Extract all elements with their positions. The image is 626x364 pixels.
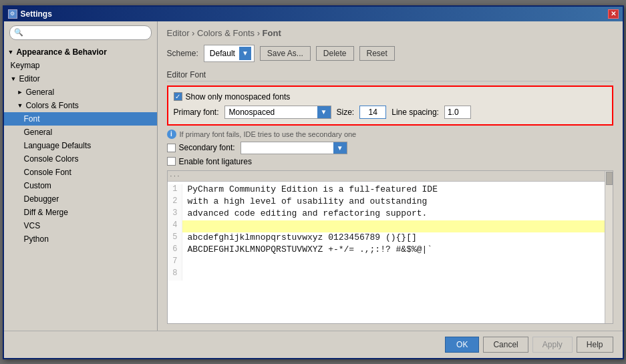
sidebar-item-console-colors[interactable]: Console Colors <box>4 152 157 166</box>
scrollbar-thumb[interactable] <box>606 172 613 185</box>
line-num-7: 7 <box>168 256 182 268</box>
preview-dots: · · · <box>170 172 180 180</box>
sidebar-item-editor[interactable]: ▼ Editor <box>4 72 157 85</box>
sidebar-item-console-colors-label: Console Colors <box>24 154 79 164</box>
sidebar-item-console-font[interactable]: Console Font <box>4 166 157 179</box>
secondary-font-value <box>241 146 333 149</box>
breadcrumb-sep1: › <box>189 28 197 38</box>
search-input[interactable] <box>26 28 147 37</box>
size-input[interactable] <box>359 106 386 119</box>
editor-font-label: Editor Font <box>167 70 613 81</box>
preview-line-8: 8 <box>168 268 613 281</box>
sidebar-item-general-label: General <box>25 87 54 97</box>
line-content-8 <box>182 268 188 281</box>
sidebar-item-general2-label: General <box>24 128 53 137</box>
line-content-2: with a high level of usability and outst… <box>182 196 428 208</box>
secondary-font-check-icon <box>167 144 176 152</box>
preview-line-3: 3 advanced code editing and refactoring … <box>168 208 613 220</box>
help-button[interactable]: Help <box>577 337 613 353</box>
scrollbar-track[interactable] <box>605 171 613 323</box>
arrow-icon: ► <box>17 89 23 96</box>
sidebar-item-vcs-label: VCS <box>24 221 41 230</box>
breadcrumb-part3: Font <box>263 28 281 38</box>
scheme-value: Default <box>207 49 238 58</box>
apply-button[interactable]: Apply <box>532 337 573 353</box>
sidebar-item-font[interactable]: Font <box>4 112 157 126</box>
sidebar-item-custom[interactable]: Custom <box>4 179 157 192</box>
breadcrumb: Editor › Colors & Fonts › Font <box>167 28 613 38</box>
sidebar-item-language-defaults-label: Language Defaults <box>24 141 92 150</box>
scheme-dropdown[interactable]: Default ▼ <box>204 45 255 62</box>
settings-window: ⚙ Settings ✕ 🔍 ▼ Appearance & Behavior K… <box>3 5 624 359</box>
cancel-button[interactable]: Cancel <box>483 337 528 353</box>
line-num-5: 5 <box>168 232 182 244</box>
sidebar-item-keymap-label: Keymap <box>11 61 40 70</box>
preview-line-4: 4 <box>168 220 613 232</box>
line-spacing-input[interactable] <box>444 106 471 119</box>
sidebar-item-debugger-label: Debugger <box>24 194 59 204</box>
primary-font-dropdown[interactable]: Monospaced ▼ <box>224 106 331 119</box>
title-bar: ⚙ Settings ✕ <box>4 7 623 21</box>
secondary-font-arrow-icon[interactable]: ▼ <box>333 142 347 154</box>
hint-row: i If primary font fails, IDE tries to us… <box>167 130 613 139</box>
window-title: Settings <box>21 9 52 19</box>
search-box[interactable]: 🔍 <box>9 25 152 40</box>
line-num-2: 2 <box>168 196 182 208</box>
show-monospaced-row: ✓ Show only monospaced fonts <box>174 92 607 102</box>
show-monospaced-checkbox[interactable]: ✓ Show only monospaced fonts <box>174 92 291 102</box>
sidebar-item-colors-fonts-label: Colors & Fonts <box>25 101 78 110</box>
preview-area: · · · ⚙ 1 PyCharm Community Edition is a… <box>167 170 613 324</box>
sidebar-item-language-defaults[interactable]: Language Defaults <box>4 139 157 152</box>
arrow-icon: ▼ <box>8 49 14 55</box>
show-monospaced-check-icon: ✓ <box>174 92 182 101</box>
sidebar-item-colors-fonts[interactable]: ▼ Colors & Fonts <box>4 99 157 112</box>
enable-ligatures-check-icon <box>167 157 176 166</box>
preview-content: 1 PyCharm Community Edition is a full-fe… <box>168 182 613 283</box>
preview-line-6: 6 ABCDEFGHIJKLMNOPQRSTUVWXYZ +-*/= .,;:!… <box>168 244 613 256</box>
close-button[interactable]: ✕ <box>608 9 619 19</box>
arrow-icon: ▼ <box>11 75 17 82</box>
ok-button[interactable]: OK <box>445 337 479 353</box>
sidebar-item-general2[interactable]: General <box>4 126 157 139</box>
preview-line-5: 5 abcdefghijklmnopqrstuvwxyz 0123456789 … <box>168 232 613 244</box>
primary-font-value: Monospaced <box>225 106 317 118</box>
sidebar-item-general[interactable]: ► General <box>4 85 157 99</box>
sidebar-item-console-font-label: Console Font <box>24 168 71 177</box>
breadcrumb-sep2: › <box>255 28 263 38</box>
primary-font-label: Primary font: <box>174 108 219 117</box>
secondary-font-label: Secondary font: <box>179 143 235 152</box>
preview-line-7: 7 <box>168 256 613 268</box>
save-as-button[interactable]: Save As... <box>260 46 311 61</box>
breadcrumb-part1: Editor <box>167 28 190 38</box>
breadcrumb-part2: Colors & Fonts <box>197 28 255 38</box>
nav-tree: ▼ Appearance & Behavior Keymap ▼ Editor … <box>4 44 157 247</box>
line-content-5: abcdefghijklmnopqrstuvwxyz 0123456789 ()… <box>182 232 417 244</box>
sidebar-item-python[interactable]: Python <box>4 232 157 246</box>
hint-text: If primary font fails, IDE tries to use … <box>180 130 357 138</box>
sidebar-item-diff-merge[interactable]: Diff & Merge <box>4 206 157 219</box>
line-content-1: PyCharm Community Edition is a full-feat… <box>182 184 438 196</box>
bottom-bar: OK Cancel Apply Help <box>4 331 623 358</box>
info-icon: i <box>167 130 176 139</box>
sidebar-item-keymap[interactable]: Keymap <box>4 59 157 72</box>
primary-font-arrow-icon[interactable]: ▼ <box>317 106 331 118</box>
sidebar-item-python-label: Python <box>24 234 49 244</box>
line-num-8: 8 <box>168 268 182 281</box>
scheme-label: Scheme: <box>167 49 198 58</box>
main-content: Editor › Colors & Fonts › Font Scheme: D… <box>158 21 623 331</box>
enable-ligatures-row: Enable font ligatures <box>167 157 613 166</box>
secondary-font-row: Secondary font: ▼ <box>167 142 613 154</box>
sidebar-item-appearance[interactable]: ▼ Appearance & Behavior <box>4 45 157 59</box>
secondary-font-checkbox[interactable]: Secondary font: <box>167 143 235 152</box>
sidebar-item-editor-label: Editor <box>19 74 39 83</box>
delete-button[interactable]: Delete <box>316 46 354 61</box>
secondary-font-dropdown[interactable]: ▼ <box>241 142 347 154</box>
line-content-6: ABCDEFGHIJKLMNOPQRSTUVWXYZ +-*/= .,;:!? … <box>182 244 433 256</box>
sidebar-item-debugger[interactable]: Debugger <box>4 192 157 206</box>
line-content-3: advanced code editing and refactoring su… <box>182 208 428 220</box>
reset-button[interactable]: Reset <box>359 46 395 61</box>
scheme-dropdown-arrow[interactable]: ▼ <box>239 47 251 60</box>
enable-ligatures-checkbox[interactable]: Enable font ligatures <box>167 157 252 166</box>
enable-ligatures-label: Enable font ligatures <box>179 157 252 166</box>
sidebar-item-vcs[interactable]: VCS <box>4 219 157 232</box>
